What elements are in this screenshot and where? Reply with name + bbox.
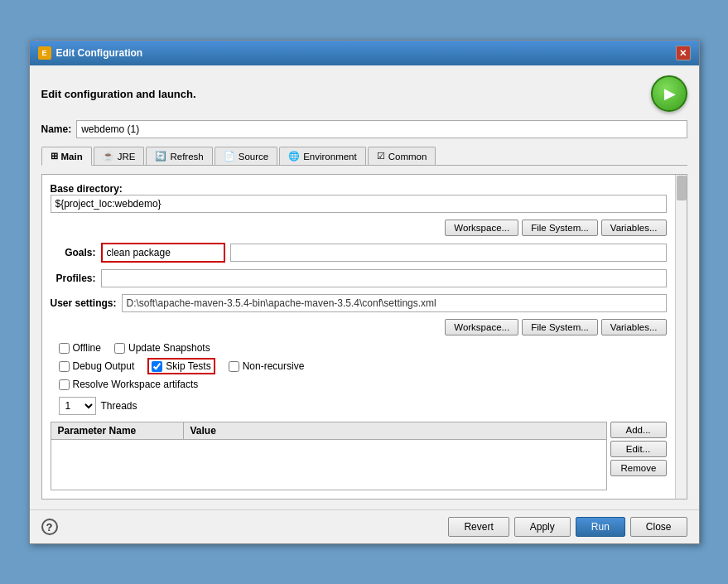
non-recursive-checkbox[interactable] [229, 361, 239, 372]
apply-button[interactable]: Apply [514, 517, 571, 537]
refresh-icon: 🔄 [155, 151, 166, 162]
close-button[interactable]: Close [630, 517, 687, 537]
file-system-btn-1[interactable]: File System... [522, 220, 598, 236]
workspace-buttons-row2: Workspace... File System... Variables... [51, 319, 667, 335]
goals-input[interactable] [101, 243, 225, 263]
tab-refresh[interactable]: 🔄 Refresh [146, 147, 212, 165]
profiles-input[interactable] [101, 269, 667, 287]
threads-label: Threads [101, 400, 137, 412]
dialog-icon: E [38, 46, 51, 60]
offline-label: Offline [73, 342, 101, 354]
workspace-btn-1[interactable]: Workspace... [445, 220, 518, 236]
header-text: Edit configuration and launch. [41, 88, 196, 100]
checkboxes-area: Offline Update Snapshots Debug Output Sk… [59, 342, 678, 390]
base-dir-input[interactable] [51, 195, 667, 213]
profiles-label: Profiles: [51, 273, 96, 284]
tab-environment-label: Environment [303, 152, 357, 162]
profiles-row: Profiles: [51, 269, 667, 287]
name-label: Name: [41, 123, 72, 135]
common-icon: ☑ [377, 151, 385, 162]
variables-btn-2[interactable]: Variables... [601, 319, 667, 335]
vertical-scrollbar[interactable] [675, 175, 687, 499]
debug-output-checkbox-item: Debug Output [59, 360, 135, 372]
debug-output-checkbox[interactable] [59, 361, 70, 372]
param-table-header: Parameter Name Value [51, 422, 606, 440]
scrollbar-thumb[interactable] [677, 176, 687, 200]
side-buttons: Add... Edit... Remove [610, 422, 667, 476]
update-snapshots-checkbox-item: Update Snapshots [114, 342, 210, 354]
checkbox-row-2: Debug Output Skip Tests Non-recursive [59, 358, 678, 374]
jre-icon: ☕ [103, 151, 114, 162]
resolve-workspace-checkbox-item: Resolve Workspace artifacts [59, 379, 199, 390]
update-snapshots-label: Update Snapshots [128, 342, 210, 354]
threads-select[interactable]: 1 2 4 8 [59, 397, 96, 415]
offline-checkbox-item: Offline [59, 342, 101, 354]
param-table: Parameter Name Value [51, 422, 607, 490]
tab-environment[interactable]: 🌐 Environment [279, 147, 366, 165]
tab-common[interactable]: ☑ Common [368, 147, 436, 165]
source-icon: 📄 [224, 151, 235, 162]
non-recursive-label: Non-recursive [243, 360, 305, 372]
threads-row: 1 2 4 8 Threads [59, 397, 678, 415]
tab-main-label: Main [61, 152, 83, 162]
param-table-wrapper: Parameter Name Value Add... Edit... Remo… [51, 422, 678, 490]
name-row: Name: [41, 120, 687, 138]
title-bar-left: E Edit Configuration [38, 46, 143, 60]
non-recursive-checkbox-item: Non-recursive [229, 360, 305, 372]
tab-source[interactable]: 📄 Source [215, 147, 277, 165]
header-row: Edit configuration and launch. [41, 75, 687, 112]
file-system-btn-2[interactable]: File System... [522, 319, 598, 335]
skip-tests-box: Skip Tests [147, 358, 215, 374]
title-bar: E Edit Configuration ✕ [30, 41, 699, 65]
help-button[interactable]: ? [41, 519, 58, 535]
edit-button[interactable]: Edit... [610, 441, 667, 457]
close-icon[interactable]: ✕ [676, 46, 691, 60]
workspace-btn-2[interactable]: Workspace... [445, 319, 518, 335]
environment-icon: 🌐 [288, 151, 300, 162]
remove-button[interactable]: Remove [610, 460, 667, 476]
variables-btn-1[interactable]: Variables... [601, 220, 667, 236]
offline-checkbox[interactable] [59, 343, 70, 354]
param-value-col-header: Value [184, 422, 606, 439]
user-settings-label: User settings: [51, 297, 117, 309]
base-dir-section: Base directory: [51, 183, 678, 213]
bottom-bar: ? Revert Apply Run Close [30, 509, 699, 543]
add-button[interactable]: Add... [610, 422, 667, 438]
skip-tests-checkbox[interactable] [152, 361, 162, 372]
dialog-title: Edit Configuration [56, 47, 143, 59]
user-settings-row: User settings: [51, 294, 667, 312]
tab-main[interactable]: ⊞ Main [41, 147, 92, 166]
checkbox-row-3: Resolve Workspace artifacts [59, 379, 678, 390]
revert-button[interactable]: Revert [448, 517, 509, 537]
tab-refresh-label: Refresh [170, 152, 203, 162]
edit-configuration-dialog: E Edit Configuration ✕ Edit configuratio… [29, 40, 700, 544]
run-button[interactable] [651, 75, 687, 112]
tabs: ⊞ Main ☕ JRE 🔄 Refresh 📄 Source 🌐 Enviro… [41, 147, 687, 166]
update-snapshots-checkbox[interactable] [114, 343, 125, 354]
goals-row: Goals: [51, 243, 667, 263]
tab-common-label: Common [388, 152, 427, 162]
tab-jre[interactable]: ☕ JRE [94, 147, 145, 165]
resolve-workspace-checkbox[interactable] [59, 379, 70, 390]
dialog-body: Edit configuration and launch. Name: ⊞ M… [30, 65, 699, 509]
tab-source-label: Source [239, 152, 268, 162]
resolve-workspace-label: Resolve Workspace artifacts [73, 379, 199, 390]
run-bottom-button[interactable]: Run [576, 517, 625, 537]
name-input[interactable] [76, 120, 687, 138]
content-area: Base directory: Workspace... File System… [41, 174, 687, 500]
param-name-col-header: Parameter Name [51, 422, 184, 439]
checkbox-row-1: Offline Update Snapshots [59, 342, 678, 354]
goals-label: Goals: [51, 247, 96, 258]
param-table-body [51, 440, 606, 490]
tab-jre-label: JRE [118, 152, 136, 162]
goals-extra-input[interactable] [230, 244, 667, 262]
workspace-buttons-row1: Workspace... File System... Variables... [51, 220, 667, 236]
main-icon: ⊞ [51, 151, 58, 162]
debug-output-label: Debug Output [73, 360, 135, 372]
user-settings-input[interactable] [122, 294, 667, 312]
skip-tests-label: Skip Tests [166, 360, 210, 372]
base-dir-label: Base directory: [51, 183, 678, 195]
